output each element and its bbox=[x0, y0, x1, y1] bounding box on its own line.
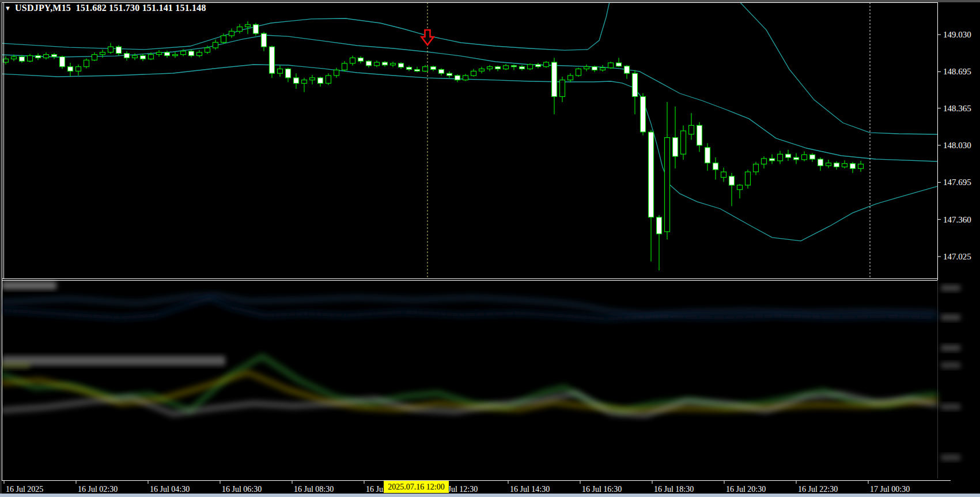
candle bbox=[253, 23, 259, 36]
blurred-label-blob bbox=[941, 345, 960, 351]
time-axis-label: 16 Jul 02:30 bbox=[78, 485, 118, 494]
blurred-label-blob bbox=[941, 314, 960, 321]
time-axis-label: 16 Jul 22:30 bbox=[798, 485, 838, 494]
time-axis-label: 16 Jul 08:30 bbox=[294, 485, 334, 494]
candle bbox=[544, 61, 549, 68]
time-axis-label: 16 Jul 18:30 bbox=[654, 485, 694, 494]
blurred-label-blob bbox=[941, 454, 960, 461]
blurred-label-blob bbox=[941, 362, 960, 368]
price-axis-label: 149.030 bbox=[943, 30, 971, 39]
chart-canvas[interactable]: 149.030148.695148.365148.030147.695147.3… bbox=[0, 0, 980, 497]
mt4-chart-window: 149.030148.695148.365148.030147.695147.3… bbox=[0, 0, 980, 497]
price-axis-label: 148.365 bbox=[943, 104, 971, 113]
price-axis-label: 148.030 bbox=[943, 141, 971, 150]
candle bbox=[608, 62, 614, 69]
price-axis-label: 147.025 bbox=[943, 252, 971, 261]
time-axis-label: 17 Jul 00:30 bbox=[870, 485, 910, 494]
blurred-label-blob bbox=[2, 356, 225, 366]
quote-line: ▼ USDJPY,M15 151.682 151.730 151.141 151… bbox=[5, 3, 206, 13]
window-bottom-statusbar-edge bbox=[0, 494, 980, 497]
time-axis-label: 16 Jul 20:30 bbox=[726, 485, 766, 494]
candle bbox=[270, 46, 275, 78]
candle bbox=[641, 93, 646, 135]
window-top-edge bbox=[0, 0, 980, 2]
price-axis-label: 147.695 bbox=[943, 178, 971, 187]
window-left-edge bbox=[0, 2, 2, 494]
time-axis-label: 16 Jul 04:30 bbox=[150, 485, 190, 494]
chevron-down-icon[interactable]: ▼ bbox=[5, 3, 11, 13]
candle bbox=[60, 56, 65, 69]
time-axis-label: 16 Jul 2025 bbox=[6, 485, 43, 494]
candle bbox=[84, 58, 89, 68]
candle bbox=[528, 63, 533, 70]
price-axis-label: 147.360 bbox=[943, 215, 971, 224]
price-axis-label: 148.695 bbox=[943, 67, 971, 76]
candle bbox=[576, 68, 581, 77]
time-axis-label: 16 Jul 14:30 bbox=[510, 485, 550, 494]
time-axis-label: 16 Jul 06:30 bbox=[222, 485, 262, 494]
quote-text: USDJPY,M15 151.682 151.730 151.141 151.1… bbox=[15, 3, 206, 13]
blurred-label-blob bbox=[0, 362, 30, 369]
time-axis-label: 16 Jul 16:30 bbox=[582, 485, 622, 494]
blurred-label-blob bbox=[941, 404, 960, 410]
blurred-label-blob bbox=[941, 285, 960, 291]
time-cursor-highlight-label: 2025.07.16 12:00 bbox=[384, 481, 449, 493]
blurred-label-blob bbox=[2, 281, 56, 289]
